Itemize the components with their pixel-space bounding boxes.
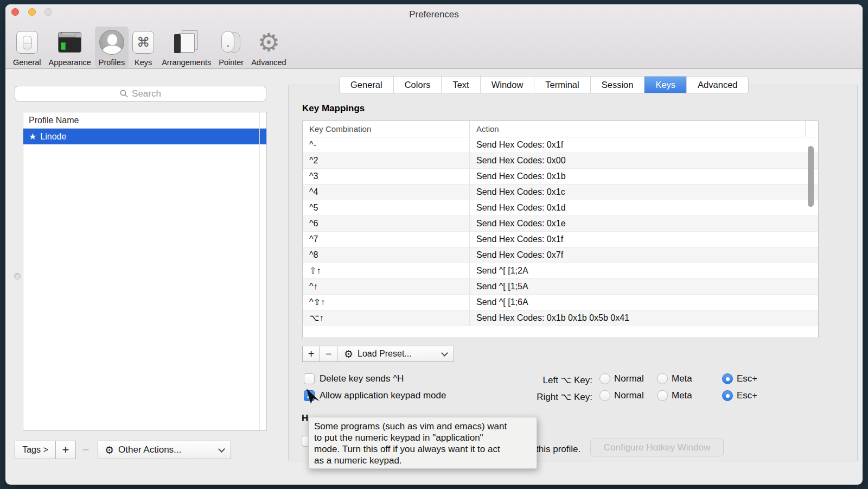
load-preset-label: Load Preset... xyxy=(358,349,412,359)
radio-circle-selected xyxy=(722,390,733,401)
radio-right-alt-normal[interactable]: Normal xyxy=(599,390,644,401)
gear-icon: ⚙ xyxy=(344,349,353,359)
person-icon xyxy=(99,29,124,55)
window-header: Preferences General Appearance Profi xyxy=(5,4,863,69)
table-row[interactable]: ^⇧↑Send ^[ [1;6A xyxy=(303,295,818,310)
table-row[interactable]: ^4Send Hex Codes: 0x1c xyxy=(303,185,818,200)
mouse-cursor-icon xyxy=(306,389,321,406)
column-header-action[interactable]: Action xyxy=(470,121,818,137)
toolbar-item-keys[interactable]: ⌘ Keys xyxy=(129,27,158,68)
table-row[interactable]: ⌥↑Send Hex Codes: 0x1b 0x1b 0x5b 0x41 xyxy=(303,310,818,326)
switch-icon xyxy=(16,29,38,55)
search-placeholder: Search xyxy=(132,88,161,99)
other-actions-dropdown[interactable]: ⚙ Other Actions... xyxy=(98,441,231,459)
delete-key-sends-label: Delete key sends ^H xyxy=(320,373,404,384)
radio-circle xyxy=(657,390,668,401)
window-edge-dot xyxy=(14,273,21,280)
tab-session[interactable]: Session xyxy=(591,77,645,93)
remove-profile-button: − xyxy=(76,441,95,459)
radio-right-alt-meta[interactable]: Meta xyxy=(657,390,692,401)
table-rows: ^-Send Hex Codes: 0x1f ^2Send Hex Codes:… xyxy=(303,137,818,326)
tab-keys[interactable]: Keys xyxy=(644,77,687,93)
command-key-icon: ⌘ xyxy=(132,29,154,55)
table-row[interactable]: ^7Send Hex Codes: 0x1f xyxy=(303,232,818,247)
delete-key-sends-checkbox-row: Delete key sends ^H xyxy=(304,373,404,384)
add-key-mapping-button[interactable]: + xyxy=(302,346,320,362)
toolbar-item-arrangements[interactable]: Arrangements xyxy=(158,27,215,68)
radio-circle xyxy=(599,390,610,401)
radio-left-alt-normal[interactable]: Normal xyxy=(599,373,644,384)
other-actions-label: Other Actions... xyxy=(118,444,181,455)
table-header: Key Combination Action xyxy=(303,121,818,137)
key-mappings-title: Key Mappings xyxy=(302,103,365,114)
table-row[interactable]: ^6Send Hex Codes: 0x1e xyxy=(303,216,818,232)
keypad-mode-tooltip: Some programs (such as vim and emacs) wa… xyxy=(308,417,537,469)
tags-button[interactable]: Tags > xyxy=(15,441,56,459)
profile-name: Linode xyxy=(40,132,66,141)
right-option-key-label: Right ⌥ Key: xyxy=(515,391,592,403)
radio-circle xyxy=(599,373,610,384)
list-item-profile-linode[interactable]: ★Linode xyxy=(23,129,266,144)
gear-icon: ⚙ xyxy=(105,445,114,455)
keypad-mode-checkbox-row: Allow application keypad mode xyxy=(304,390,446,401)
toolbar-item-advanced[interactable]: ⚙ Advanced xyxy=(247,27,290,68)
tab-text[interactable]: Text xyxy=(442,77,480,93)
radio-right-alt-esc[interactable]: Esc+ xyxy=(722,390,757,401)
configure-hotkey-window-button: Configure Hotkey Window xyxy=(590,439,724,456)
profile-list-header: Profile Name xyxy=(23,112,266,129)
hotkey-heading-partial: H xyxy=(302,413,308,424)
tab-advanced[interactable]: Advanced xyxy=(687,77,748,93)
search-icon xyxy=(120,90,128,98)
profile-list: Profile Name ★Linode xyxy=(23,112,267,431)
tab-colors[interactable]: Colors xyxy=(394,77,442,93)
profile-tabs: General Colors Text Window Terminal Sess… xyxy=(339,76,749,93)
star-icon: ★ xyxy=(29,132,36,141)
add-profile-button[interactable]: + xyxy=(55,441,76,459)
table-row[interactable]: ^↑Send ^[ [1;5A xyxy=(303,279,818,295)
gear-icon: ⚙ xyxy=(258,29,280,55)
desktop-background: Preferences General Appearance Profi xyxy=(0,0,868,489)
radio-left-alt-esc[interactable]: Esc+ xyxy=(722,373,757,384)
preferences-toolbar: General Appearance Profiles ⌘ Keys xyxy=(9,21,290,68)
preferences-window: Preferences General Appearance Profi xyxy=(5,4,863,485)
chevron-down-icon xyxy=(218,446,225,453)
table-scrollbar[interactable] xyxy=(808,146,814,207)
load-preset-dropdown[interactable]: ⚙ Load Preset... xyxy=(337,346,454,362)
windows-stack-icon xyxy=(174,29,199,55)
toolbar-item-pointer[interactable]: Pointer xyxy=(215,27,247,68)
tab-window[interactable]: Window xyxy=(481,77,535,93)
keypad-mode-label: Allow application keypad mode xyxy=(320,390,446,401)
remove-key-mapping-button[interactable]: − xyxy=(320,346,337,362)
table-row[interactable]: ^2Send Hex Codes: 0x00 xyxy=(303,153,818,169)
table-row[interactable]: ⇧↑Send ^[ [1;2A xyxy=(303,263,818,279)
hotkey-text-partial: this profile. xyxy=(536,444,580,455)
tab-terminal[interactable]: Terminal xyxy=(534,77,590,93)
chevron-down-icon xyxy=(441,350,448,357)
search-input[interactable]: Search xyxy=(15,86,266,101)
tab-general[interactable]: General xyxy=(340,77,394,93)
radio-circle xyxy=(657,373,668,384)
table-row[interactable]: ^3Send Hex Codes: 0x1b xyxy=(303,169,818,185)
terminal-window-icon xyxy=(58,29,81,55)
window-title: Preferences xyxy=(5,9,863,20)
table-row[interactable]: ^8Send Hex Codes: 0x7f xyxy=(303,247,818,263)
left-option-key-label: Left ⌥ Key: xyxy=(515,374,592,386)
radio-left-alt-meta[interactable]: Meta xyxy=(657,373,692,384)
toolbar-item-profiles[interactable]: Profiles xyxy=(95,27,129,68)
table-row[interactable]: ^5Send Hex Codes: 0x1d xyxy=(303,200,818,216)
delete-key-sends-checkbox[interactable] xyxy=(304,373,315,384)
toolbar-item-appearance[interactable]: Appearance xyxy=(45,27,95,68)
key-mappings-table: Key Combination Action ^-Send Hex Codes:… xyxy=(302,120,819,338)
table-row[interactable]: ^-Send Hex Codes: 0x1f xyxy=(303,137,818,153)
toolbar-item-general[interactable]: General xyxy=(9,27,45,68)
mouse-icon xyxy=(221,29,241,55)
radio-circle-selected xyxy=(722,373,733,384)
column-header-key-combination[interactable]: Key Combination xyxy=(303,121,470,137)
